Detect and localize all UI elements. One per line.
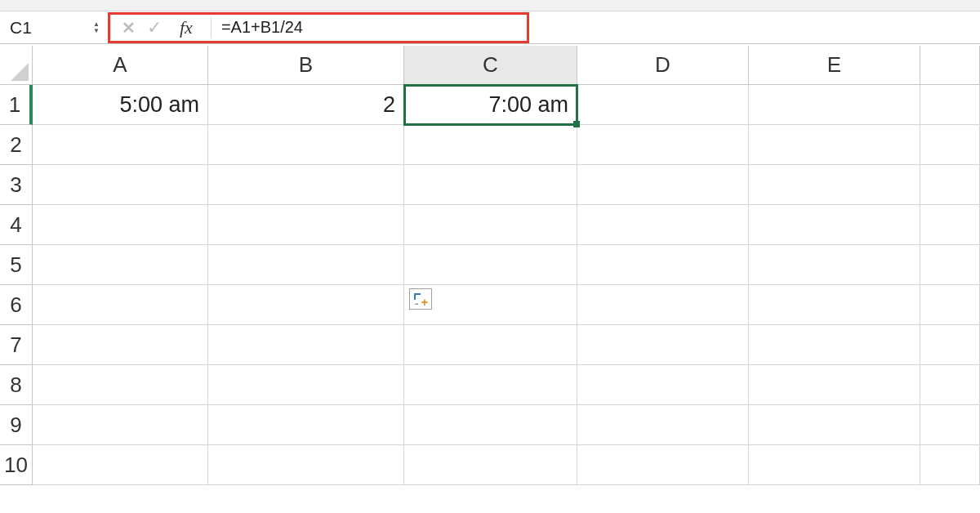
column-header-D[interactable]: D (577, 46, 749, 85)
cell-B9[interactable] (208, 405, 404, 445)
cell-E2[interactable] (749, 125, 920, 165)
cell-A2[interactable] (33, 125, 208, 165)
cell-F9[interactable] (920, 405, 980, 445)
cell-C7[interactable] (404, 325, 577, 365)
table-row: 8 (0, 365, 980, 405)
cell-E6[interactable] (749, 285, 920, 325)
cell-C2[interactable] (404, 125, 577, 165)
table-row: 7 (0, 325, 980, 365)
cell-F4[interactable] (920, 205, 980, 245)
cell-A6[interactable] (33, 285, 208, 325)
cell-A5[interactable] (33, 245, 208, 285)
formula-bar-highlight: ✕ ✓ fx (108, 12, 529, 43)
cell-D8[interactable] (577, 365, 749, 405)
stepper-down-icon[interactable]: ▼ (90, 28, 103, 34)
cell-E10[interactable] (749, 445, 920, 485)
cell-C1[interactable]: 7:00 am (404, 85, 577, 125)
cell-B10[interactable] (208, 445, 404, 485)
cell-C8[interactable] (404, 365, 577, 405)
cell-D7[interactable] (577, 325, 749, 365)
row-header-9[interactable]: 9 (0, 405, 33, 445)
table-row: 3 (0, 165, 980, 205)
column-header-B[interactable]: B (208, 46, 404, 85)
cell-C10[interactable] (404, 445, 577, 485)
cell-B1[interactable]: 2 (208, 85, 404, 125)
name-box[interactable]: C1 (0, 18, 88, 38)
cell-F3[interactable] (920, 165, 980, 205)
window-chrome-bar (0, 0, 980, 11)
column-header-F[interactable] (920, 46, 980, 85)
row-header-7[interactable]: 7 (0, 325, 33, 365)
cell-F5[interactable] (920, 245, 980, 285)
row-header-4[interactable]: 4 (0, 205, 33, 245)
cell-A7[interactable] (33, 325, 208, 365)
cell-B6[interactable] (208, 285, 404, 325)
cell-E1[interactable] (749, 85, 920, 125)
fill-handle[interactable] (573, 121, 580, 127)
cell-E5[interactable] (749, 245, 920, 285)
cell-D6[interactable] (577, 285, 749, 325)
cell-C9[interactable] (404, 405, 577, 445)
cell-C5[interactable] (404, 245, 577, 285)
formula-bar: C1 ▲ ▼ ✕ ✓ fx (0, 11, 980, 44)
cell-D1[interactable] (577, 85, 749, 125)
cell-E8[interactable] (749, 365, 920, 405)
cell-A3[interactable] (33, 165, 208, 205)
column-header-E[interactable]: E (749, 46, 920, 85)
table-row: 1 5:00 am 2 7:00 am (0, 85, 980, 125)
formula-input[interactable] (212, 18, 527, 37)
cell-A8[interactable] (33, 365, 208, 405)
cell-E9[interactable] (749, 405, 920, 445)
column-header-A[interactable]: A (33, 46, 208, 85)
column-header-row: A B C D E (0, 46, 980, 85)
cell-C1-value: 7:00 am (488, 92, 568, 118)
cell-F6[interactable] (920, 285, 980, 325)
cell-A10[interactable] (33, 445, 208, 485)
select-all-triangle[interactable] (0, 46, 33, 85)
cell-D2[interactable] (577, 125, 749, 165)
cell-A4[interactable] (33, 205, 208, 245)
cell-E4[interactable] (749, 205, 920, 245)
cell-B2[interactable] (208, 125, 404, 165)
cell-D3[interactable] (577, 165, 749, 205)
row-header-6[interactable]: 6 (0, 285, 33, 325)
cell-F2[interactable] (920, 125, 980, 165)
cell-F10[interactable] (920, 445, 980, 485)
enter-icon[interactable]: ✓ (147, 17, 162, 38)
name-box-stepper[interactable]: ▲ ▼ (90, 21, 103, 34)
cell-F8[interactable] (920, 365, 980, 405)
cell-F1[interactable] (920, 85, 980, 125)
cell-F7[interactable] (920, 325, 980, 365)
cell-B8[interactable] (208, 365, 404, 405)
cell-C3[interactable] (404, 165, 577, 205)
table-row: 5 (0, 245, 980, 285)
row-header-1[interactable]: 1 (0, 85, 33, 125)
spreadsheet-grid: A B C D E 1 5:00 am 2 7:00 am 2 (0, 46, 980, 485)
cell-E3[interactable] (749, 165, 920, 205)
cell-B7[interactable] (208, 325, 404, 365)
row-header-5[interactable]: 5 (0, 245, 33, 285)
row-header-3[interactable]: 3 (0, 165, 33, 205)
cell-B3[interactable] (208, 165, 404, 205)
row-header-2[interactable]: 2 (0, 125, 33, 165)
fx-icon[interactable]: fx (173, 17, 199, 38)
paste-options-smart-tag[interactable]: + ••• (409, 288, 432, 310)
cell-C4[interactable] (404, 205, 577, 245)
cell-B4[interactable] (208, 205, 404, 245)
table-row: 6 (0, 285, 980, 325)
table-row: 2 (0, 125, 980, 165)
cell-E7[interactable] (749, 325, 920, 365)
paste-options-icon: + ••• (414, 293, 427, 305)
cell-D10[interactable] (577, 445, 749, 485)
row-header-8[interactable]: 8 (0, 365, 33, 405)
cell-A1[interactable]: 5:00 am (33, 85, 208, 125)
column-header-C[interactable]: C (404, 46, 577, 85)
cell-D5[interactable] (577, 245, 749, 285)
cell-A9[interactable] (33, 405, 208, 445)
cell-B5[interactable] (208, 245, 404, 285)
cell-D4[interactable] (577, 205, 749, 245)
cancel-icon[interactable]: ✕ (122, 18, 136, 38)
row-header-10[interactable]: 10 (0, 445, 33, 485)
table-row: 4 (0, 205, 980, 245)
cell-D9[interactable] (577, 405, 749, 445)
